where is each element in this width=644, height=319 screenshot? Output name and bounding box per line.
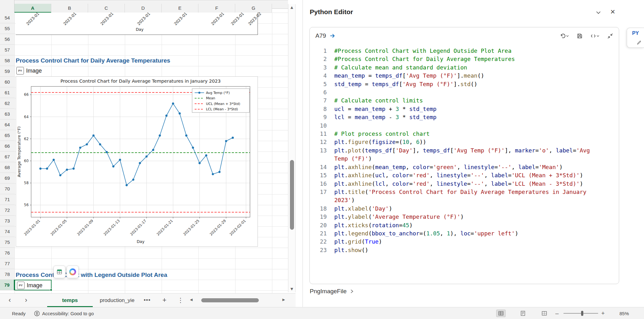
row-header-79[interactable]: 79 bbox=[0, 280, 14, 290]
output-type-row[interactable]: PngImageFile bbox=[310, 288, 354, 295]
code-line-14[interactable]: 14plt.axhline(mean_temp, color='green', … bbox=[315, 163, 619, 171]
row-header-64[interactable]: 64 bbox=[0, 119, 14, 130]
code-line-13[interactable]: 13plt.plot(temps_df['Day'], temps_df['Av… bbox=[315, 146, 619, 163]
zoom-slider-thumb[interactable] bbox=[581, 311, 583, 316]
collapse-panel-button[interactable] bbox=[595, 9, 602, 17]
zoom-out-button[interactable]: – bbox=[555, 307, 559, 319]
py-image-cell-a59[interactable]: PY Image bbox=[16, 67, 42, 74]
code-line-7[interactable]: 7# Calculate control limits bbox=[315, 96, 619, 105]
collapse-editor-button[interactable] bbox=[607, 33, 613, 39]
code-line-17[interactable]: 17plt.title('Process Control Chart for D… bbox=[315, 188, 619, 205]
code-line-18[interactable]: 18plt.xlabel('Day') bbox=[315, 205, 619, 213]
row-header-73[interactable]: 73 bbox=[0, 216, 14, 226]
column-header-D[interactable]: D bbox=[125, 4, 162, 13]
code-line-5[interactable]: 5std_temp = temps_df['Avg Temp (°F)'].st… bbox=[315, 80, 619, 88]
output-options-button[interactable] bbox=[590, 33, 600, 39]
copilot-button[interactable] bbox=[67, 266, 79, 278]
row-header-57[interactable]: 57 bbox=[0, 45, 14, 55]
row-header-61[interactable]: 61 bbox=[0, 87, 14, 98]
page-layout-view-button[interactable] bbox=[518, 310, 528, 317]
scroll-down-icon[interactable]: ▼ bbox=[288, 287, 295, 291]
row-header-68[interactable]: 68 bbox=[0, 162, 14, 173]
code-line-23[interactable]: 23plt.show() bbox=[315, 246, 619, 254]
row-header-66[interactable]: 66 bbox=[0, 141, 14, 151]
code-line-16[interactable]: 16plt.axhline(lcl, color='red', linestyl… bbox=[315, 180, 619, 188]
python-editor-side-tab[interactable]: PY bbox=[627, 28, 644, 48]
scroll-right-icon[interactable]: ▶ bbox=[282, 298, 285, 302]
vertical-scrollbar-thumb[interactable] bbox=[290, 160, 294, 230]
normal-view-button[interactable] bbox=[496, 310, 506, 317]
code-line-2[interactable]: 2#Process Control Chart for Daily Averag… bbox=[315, 55, 619, 63]
quick-actions-button[interactable] bbox=[53, 266, 65, 278]
row-header-71[interactable]: 71 bbox=[0, 194, 14, 205]
column-header-F[interactable]: F bbox=[198, 4, 235, 13]
fill-handle[interactable] bbox=[50, 289, 52, 291]
add-sheet-button[interactable]: + bbox=[159, 295, 170, 305]
code-line-4[interactable]: 4mean_temp = temps_df['Avg Temp (°F)'].m… bbox=[315, 72, 619, 80]
save-button[interactable] bbox=[577, 33, 583, 39]
sheet-tab-production-yield[interactable]: production_yie bbox=[94, 294, 140, 307]
code-line-6[interactable]: 6 bbox=[315, 88, 619, 96]
undo-button[interactable] bbox=[560, 33, 569, 39]
code-line-1[interactable]: 1#Process Control Chart with Legend Outs… bbox=[315, 47, 619, 55]
more-sheets-button[interactable]: ••• bbox=[142, 295, 153, 305]
upper-chart-image-fragment[interactable]: 2023-012023-012023-012023-012023-012023-… bbox=[16, 13, 258, 35]
page-break-view-button[interactable] bbox=[540, 310, 549, 317]
row-header-54[interactable]: 54 bbox=[0, 13, 14, 23]
row-header-74[interactable]: 74 bbox=[0, 226, 14, 237]
go-to-cell-arrow-icon[interactable] bbox=[329, 32, 336, 39]
row-header-69[interactable]: 69 bbox=[0, 173, 14, 184]
zoom-slider-track[interactable] bbox=[564, 313, 598, 314]
sheet-menu-button[interactable]: ⋮ bbox=[175, 295, 186, 305]
row-header-76[interactable]: 76 bbox=[0, 248, 14, 258]
row-header-63[interactable]: 63 bbox=[0, 109, 14, 119]
row-header-77[interactable]: 77 bbox=[0, 258, 14, 269]
sheet-tab-temps[interactable]: temps bbox=[47, 294, 93, 307]
row-header-62[interactable]: 62 bbox=[0, 98, 14, 109]
column-header-C[interactable]: C bbox=[88, 4, 125, 13]
row-header-55[interactable]: 55 bbox=[0, 23, 14, 34]
accessibility-status[interactable]: Accessibility: Good to go bbox=[34, 307, 94, 319]
sheet-vertical-scrollbar[interactable]: ▲ ▼ bbox=[288, 4, 296, 292]
line-number: 12 bbox=[315, 138, 327, 146]
code-line-22[interactable]: 22plt.grid(True) bbox=[315, 238, 619, 246]
heading-row58[interactable]: Process Control Chart for Daily Average … bbox=[16, 57, 170, 64]
row-header-65[interactable]: 65 bbox=[0, 130, 14, 141]
row-header-78[interactable]: 78 bbox=[0, 269, 14, 280]
column-header-A[interactable]: A bbox=[14, 4, 51, 13]
code-line-3[interactable]: 3# Calculate mean and standard deviation bbox=[315, 63, 619, 72]
heading-row78[interactable]: Process Control Chart with Legend Outsid… bbox=[16, 272, 167, 278]
column-header-G[interactable]: G bbox=[235, 4, 272, 13]
python-code-editor[interactable]: 1#Process Control Chart with Legend Outs… bbox=[310, 45, 619, 254]
row-header-70[interactable]: 70 bbox=[0, 184, 14, 194]
code-line-15[interactable]: 15plt.axhline(ucl, color='red', linestyl… bbox=[315, 171, 619, 179]
zoom-percent[interactable]: 85% bbox=[613, 307, 629, 319]
process-control-chart-image[interactable]: 5658606264662023-01-012023-01-052023-01-… bbox=[16, 76, 258, 247]
code-line-9[interactable]: 9lcl = mean_temp - 3 * std_temp bbox=[315, 113, 619, 121]
row-header-58[interactable]: 58 bbox=[0, 55, 14, 66]
code-line-19[interactable]: 19plt.ylabel('Average Temperature (°F)') bbox=[315, 213, 619, 221]
row-header-72[interactable]: 72 bbox=[0, 205, 14, 216]
row-header-59[interactable]: 59 bbox=[0, 66, 14, 77]
code-line-8[interactable]: 8ucl = mean_temp + 3 * std_temp bbox=[315, 105, 619, 113]
row-header-75[interactable]: 75 bbox=[0, 237, 14, 248]
column-header-E[interactable]: E bbox=[162, 4, 198, 13]
horizontal-scrollbar-thumb[interactable] bbox=[201, 298, 259, 302]
code-line-11[interactable]: 11# Plot process control chart bbox=[315, 130, 619, 138]
scroll-left-icon[interactable]: ◀ bbox=[190, 298, 192, 302]
row-header-67[interactable]: 67 bbox=[0, 151, 14, 162]
row-header-60[interactable]: 60 bbox=[0, 77, 14, 87]
row-header-56[interactable]: 56 bbox=[0, 34, 14, 45]
next-sheet-button[interactable]: › bbox=[21, 295, 31, 305]
zoom-in-button[interactable]: + bbox=[601, 307, 605, 319]
column-header-B[interactable]: B bbox=[51, 4, 88, 13]
code-line-10[interactable]: 10 bbox=[315, 122, 619, 130]
code-line-12[interactable]: 12plt.figure(figsize=(10, 6)) bbox=[315, 138, 619, 146]
scroll-up-icon[interactable]: ▲ bbox=[288, 5, 295, 9]
prev-sheet-button[interactable]: ‹ bbox=[4, 295, 15, 305]
cell-reference[interactable]: A79 bbox=[315, 32, 326, 39]
code-line-21[interactable]: 21plt.legend(bbox_to_anchor=(1.05, 1), l… bbox=[315, 229, 619, 238]
py-image-cell-a79[interactable]: PY Image bbox=[17, 282, 42, 289]
code-line-20[interactable]: 20plt.xticks(rotation=45) bbox=[315, 221, 619, 229]
close-panel-button[interactable]: × bbox=[610, 7, 615, 17]
